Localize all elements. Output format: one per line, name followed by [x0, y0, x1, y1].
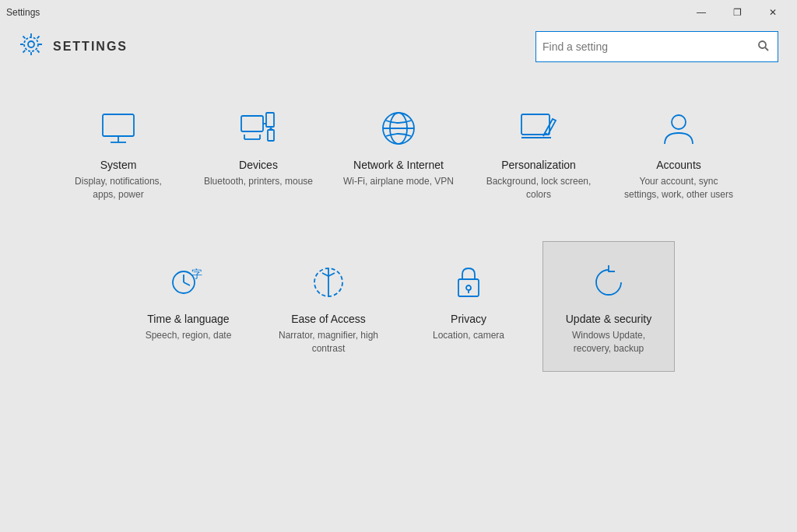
tile-system-desc: Display, notifications, apps, power [62, 175, 174, 201]
tile-system-name: System [100, 158, 137, 172]
svg-line-24 [184, 282, 190, 285]
svg-rect-4 [103, 114, 134, 136]
tile-devices-desc: Bluetooth, printers, mouse [204, 175, 313, 188]
svg-point-2 [759, 41, 766, 48]
tile-network-desc: Wi-Fi, airplane mode, VPN [343, 175, 454, 188]
tile-ease[interactable]: Ease of Access Narrator, magnifier, high… [262, 241, 395, 372]
minimize-button[interactable]: — [683, 1, 719, 24]
tile-privacy[interactable]: Privacy Location, camera [402, 241, 535, 372]
svg-point-29 [466, 285, 471, 290]
settings-grid-row2: 字 Time & language Speech, region, date E… [31, 241, 766, 372]
svg-text:字: 字 [191, 268, 202, 280]
tile-network[interactable]: Network & Internet Wi-Fi, airplane mode,… [332, 87, 465, 218]
update-icon [587, 261, 630, 304]
tile-ease-name: Ease of Access [291, 312, 366, 326]
accounts-icon [657, 107, 700, 150]
svg-rect-8 [266, 113, 274, 127]
maximize-button[interactable]: ❐ [719, 1, 755, 24]
tile-accounts[interactable]: Accounts Your account, sync settings, wo… [613, 87, 745, 218]
tile-privacy-name: Privacy [451, 312, 486, 326]
tile-devices[interactable]: Devices Bluetooth, printers, mouse [192, 87, 325, 218]
svg-line-3 [765, 47, 768, 51]
network-icon [377, 107, 420, 150]
tile-time-name: Time & language [147, 312, 229, 326]
close-button[interactable]: ✕ [755, 1, 791, 24]
tile-personalization-desc: Background, lock screen, colors [483, 175, 595, 201]
title-bar: Settings — ❐ ✕ [0, 0, 797, 25]
settings-grid-row1: System Display, notifications, apps, pow… [31, 87, 766, 218]
personalization-icon [517, 107, 560, 150]
tile-network-name: Network & Internet [353, 158, 444, 172]
app-title: SETTINGS [53, 40, 128, 54]
svg-rect-9 [268, 130, 274, 141]
ease-icon [307, 261, 350, 304]
svg-point-0 [28, 41, 34, 47]
app-title-bar-label: Settings [6, 7, 40, 18]
tile-system[interactable]: System Display, notifications, apps, pow… [52, 87, 184, 218]
tile-update-desc: Windows Update, recovery, backup [553, 329, 665, 355]
svg-rect-7 [241, 116, 263, 131]
search-box [535, 31, 778, 62]
search-button[interactable] [756, 40, 771, 54]
app-title-group: SETTINGS [19, 32, 128, 62]
tile-privacy-desc: Location, camera [433, 329, 504, 342]
tile-time[interactable]: 字 Time & language Speech, region, date [122, 241, 255, 372]
system-icon [97, 107, 140, 150]
app-header: SETTINGS [0, 25, 797, 72]
tile-ease-desc: Narrator, magnifier, high contrast [272, 329, 384, 355]
svg-line-20 [543, 133, 545, 136]
tile-time-desc: Speech, region, date [146, 329, 232, 342]
svg-point-11 [270, 128, 272, 130]
settings-gear-icon [19, 32, 44, 62]
main-content: System Display, notifications, apps, pow… [0, 72, 797, 532]
tile-accounts-desc: Your account, sync settings, work, other… [623, 175, 735, 201]
tile-update[interactable]: Update & security Windows Update, recove… [542, 241, 675, 372]
tile-personalization-name: Personalization [501, 158, 576, 172]
tile-accounts-name: Accounts [656, 158, 701, 172]
window-controls: — ❐ ✕ [683, 1, 791, 24]
tile-update-name: Update & security [566, 312, 652, 326]
tile-personalization[interactable]: Personalization Background, lock screen,… [472, 87, 605, 218]
svg-point-1 [24, 37, 38, 51]
svg-rect-28 [458, 279, 479, 296]
privacy-icon [447, 261, 490, 304]
time-icon: 字 [167, 261, 210, 304]
tile-devices-name: Devices [239, 158, 278, 172]
search-input[interactable] [542, 40, 756, 53]
devices-icon [237, 107, 280, 150]
svg-point-21 [672, 115, 686, 129]
